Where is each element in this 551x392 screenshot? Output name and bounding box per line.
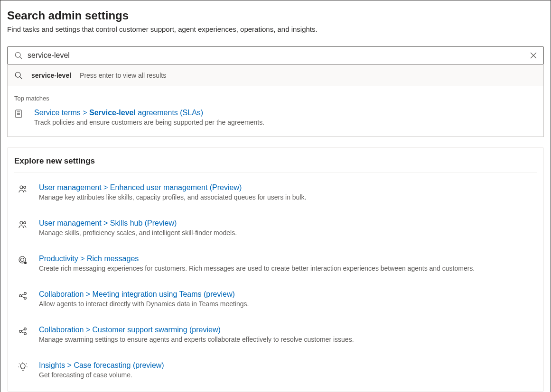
svg-point-24 (19, 330, 22, 333)
svg-point-0 (15, 52, 20, 57)
share-icon (18, 291, 28, 301)
explore-item[interactable]: Productivity > Rich messagesCreate rich … (14, 246, 537, 282)
search-icon (14, 51, 23, 60)
suggest-row[interactable]: service-level Press enter to view all re… (8, 64, 543, 86)
svg-point-26 (24, 333, 27, 335)
suggest-hint: Press enter to view all results (80, 72, 166, 79)
svg-line-27 (21, 329, 24, 331)
svg-point-15 (21, 258, 24, 262)
explore-item-content: Productivity > Rich messagesCreate rich … (39, 255, 537, 272)
svg-line-32 (26, 364, 27, 364)
explore-item-icon (17, 219, 28, 229)
explore-list: User management > Enhanced user manageme… (14, 175, 537, 388)
people-icon (18, 220, 28, 229)
explore-card: Explore new settings User management > E… (7, 147, 544, 392)
search-wrapper: service-level Press enter to view all re… (7, 46, 544, 137)
explore-item-desc: Manage skills, proficiency scales, and i… (39, 229, 537, 237)
share-icon (18, 327, 28, 336)
explore-item-icon (17, 326, 28, 336)
search-box[interactable] (7, 46, 544, 64)
top-match-desc: Track policies and ensure customers are … (34, 119, 537, 126)
explore-item-desc: Manage key attributes like skills, capac… (39, 193, 537, 201)
svg-point-11 (24, 186, 26, 189)
page-subtitle: Find tasks and settings that control cus… (7, 25, 544, 33)
explore-item-desc: Create rich messaging experiences for cu… (39, 264, 537, 272)
search-icon (14, 71, 23, 80)
explore-item[interactable]: Collaboration > Customer support swarmin… (14, 317, 537, 353)
lightbulb-icon (18, 362, 28, 372)
svg-point-20 (24, 292, 27, 295)
page-title: Search admin settings (7, 9, 544, 22)
explore-item-icon (17, 361, 28, 372)
svg-line-31 (19, 364, 19, 364)
explore-item[interactable]: Collaboration > Meeting integration usin… (14, 282, 537, 317)
explore-item-link[interactable]: User management > Skills hub (Preview) (39, 219, 537, 228)
svg-point-10 (20, 186, 23, 189)
svg-point-13 (24, 222, 26, 224)
explore-item[interactable]: User management > Skills hub (Preview)Ma… (14, 210, 537, 246)
explore-item-icon (17, 255, 28, 265)
explore-title: Explore new settings (14, 156, 537, 173)
top-matches-label: Top matches (14, 95, 537, 102)
svg-line-5 (20, 77, 22, 79)
explore-item-content: User management > Enhanced user manageme… (39, 183, 537, 201)
svg-line-1 (20, 57, 22, 59)
explore-item-link[interactable]: Collaboration > Meeting integration usin… (39, 290, 537, 299)
svg-point-4 (15, 72, 20, 77)
explore-item-link[interactable]: User management > Enhanced user manageme… (39, 183, 537, 192)
svg-point-19 (19, 295, 22, 297)
close-icon (530, 52, 537, 59)
top-match-row[interactable]: Service terms > Service-level agreements… (14, 109, 537, 126)
top-matches-section: Top matches Service terms > Service-leve… (8, 86, 543, 137)
svg-line-22 (21, 294, 24, 295)
explore-item-desc: Get forecasting of case volume. (39, 371, 537, 379)
suggest-term: service-level (31, 72, 71, 79)
top-match-link[interactable]: Service terms > Service-level agreements… (34, 109, 537, 117)
explore-item-icon (17, 290, 28, 301)
svg-line-23 (21, 296, 24, 298)
explore-item-icon (17, 183, 28, 194)
explore-item-content: Collaboration > Customer support swarmin… (39, 326, 537, 343)
svg-rect-6 (16, 110, 21, 118)
match-highlight: Service-level (89, 109, 136, 117)
suggest-panel: service-level Press enter to view all re… (7, 64, 544, 137)
explore-item[interactable]: User management > Enhanced user manageme… (14, 175, 537, 210)
svg-point-25 (24, 328, 27, 330)
document-icon (15, 109, 23, 118)
explore-item-content: Collaboration > Meeting integration usin… (39, 290, 537, 308)
explore-item-desc: Allow agents to interact directly with D… (39, 300, 537, 308)
explore-item-content: Insights > Case forecasting (preview)Get… (39, 361, 537, 379)
search-input[interactable] (23, 51, 528, 60)
clear-search-button[interactable] (528, 50, 539, 61)
explore-item-link[interactable]: Insights > Case forecasting (preview) (39, 361, 537, 370)
match-path-suffix: agreements (SLAs) (136, 109, 203, 117)
explore-item[interactable]: Insights > Case forecasting (preview)Get… (14, 353, 537, 388)
match-path-prefix: Service terms > (34, 109, 89, 117)
svg-point-12 (20, 221, 23, 224)
people-icon (18, 184, 28, 194)
explore-item-desc: Manage swarming settings to ensure agent… (39, 336, 537, 343)
explore-item-link[interactable]: Collaboration > Customer support swarmin… (39, 326, 537, 334)
explore-item-link[interactable]: Productivity > Rich messages (39, 255, 537, 263)
explore-item-content: User management > Skills hub (Preview)Ma… (39, 219, 537, 237)
svg-point-21 (24, 297, 27, 300)
svg-line-28 (21, 332, 24, 333)
target-icon (18, 255, 28, 265)
